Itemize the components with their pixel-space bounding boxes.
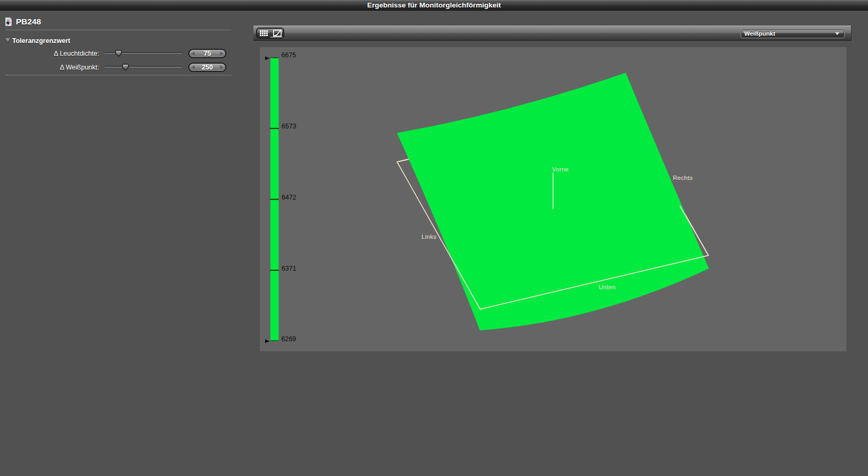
svg-text:Links: Links	[422, 233, 436, 240]
svg-text:6269: 6269	[282, 335, 296, 343]
svg-text:6573: 6573	[282, 123, 296, 130]
svg-text:6472: 6472	[282, 194, 296, 201]
svg-text:6371: 6371	[282, 265, 296, 272]
svg-text:6675: 6675	[282, 51, 296, 59]
svg-text:Rechts: Rechts	[673, 175, 693, 181]
svg-text:Unten: Unten	[599, 284, 616, 290]
svg-text:Vorne: Vorne	[552, 166, 569, 172]
